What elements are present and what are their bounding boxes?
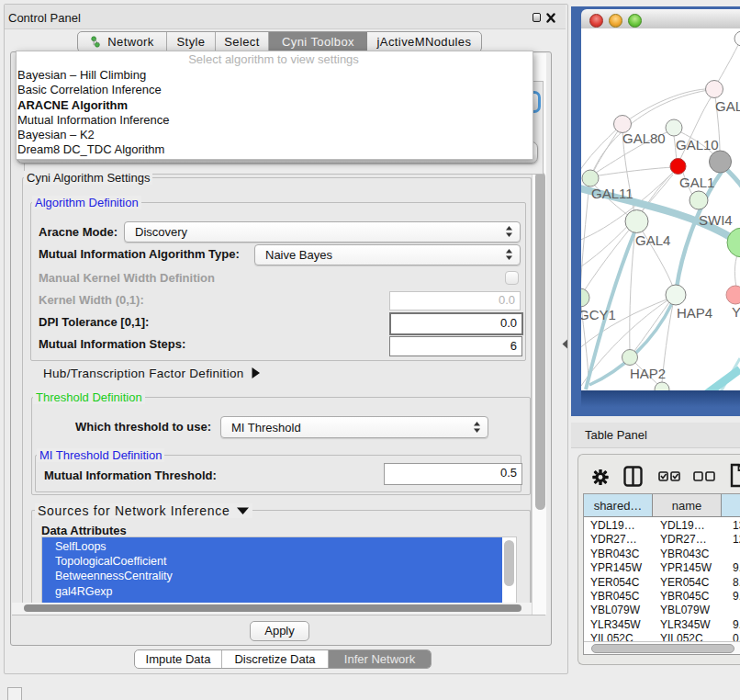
svg-text:GCY1: GCY1 [581, 307, 616, 322]
svg-text:GAL80: GAL80 [622, 130, 666, 146]
svg-text:YB: YB [732, 304, 740, 320]
svg-text:GAL7: GAL7 [715, 98, 740, 114]
svg-text:GAL10: GAL10 [676, 137, 719, 152]
svg-text:SWI4: SWI4 [699, 212, 733, 228]
svg-text:GAL11: GAL11 [591, 186, 633, 201]
svg-text:GAL4: GAL4 [635, 232, 670, 248]
svg-text:HAP2: HAP2 [630, 366, 666, 381]
svg-text:HAP4: HAP4 [677, 305, 712, 321]
svg-text:GAL1: GAL1 [679, 175, 714, 190]
